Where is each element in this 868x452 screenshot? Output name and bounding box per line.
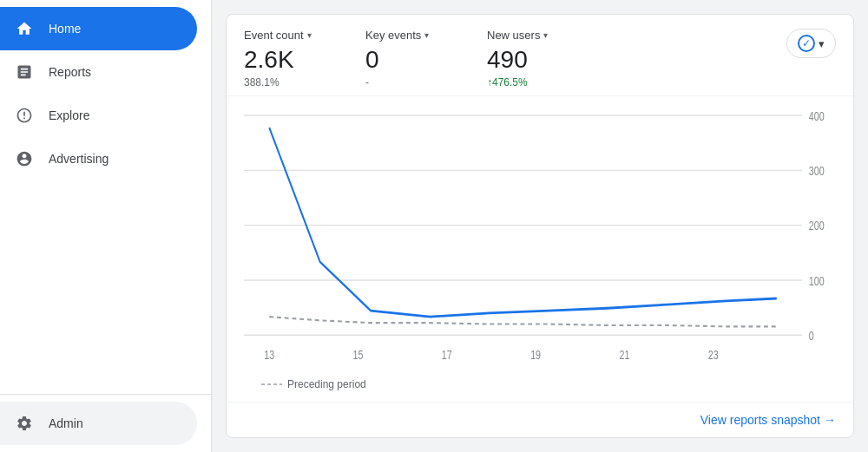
chart-svg-container: 400 300 200 100 0 13 15 17 19 21 23: [244, 103, 836, 371]
svg-text:0: 0: [809, 327, 814, 342]
reports-icon: [14, 62, 35, 82]
chart-footer: View reports snapshot →: [227, 402, 853, 437]
metric-event-count-label[interactable]: Event count ▾: [244, 29, 345, 42]
advertising-icon: [14, 148, 35, 169]
filter-check-icon: ✓: [798, 35, 815, 52]
sidebar-item-reports[interactable]: Reports: [0, 50, 197, 94]
filter-chevron-icon: ▾: [819, 37, 825, 50]
admin-icon: [14, 413, 35, 434]
chart-card: Event count ▾ 2.6K 388.1% Key events ▾ 0…: [226, 14, 854, 438]
metric-key-events-value: 0: [365, 45, 466, 75]
explore-icon: [14, 105, 35, 126]
chart-area: 400 300 200 100 0 13 15 17 19 21 23: [227, 96, 853, 402]
legend-dashed-line: [261, 380, 282, 389]
arrow-icon: →: [824, 413, 836, 427]
chart-legend: Preceding period: [244, 371, 836, 402]
svg-text:17: 17: [442, 347, 452, 362]
svg-text:21: 21: [619, 347, 629, 362]
sidebar-item-advertising[interactable]: Advertising: [0, 137, 197, 180]
view-reports-snapshot-link[interactable]: View reports snapshot →: [700, 413, 836, 427]
legend-preceding-period-label: Preceding period: [287, 378, 366, 390]
metric-event-count-value: 2.6K: [244, 45, 345, 75]
sidebar-item-label: Advertising: [49, 152, 108, 166]
sidebar-item-label: Home: [49, 22, 81, 36]
chevron-down-icon: ▾: [543, 30, 548, 40]
svg-text:19: 19: [530, 347, 541, 362]
sidebar-bottom: Admin: [0, 394, 211, 452]
svg-text:200: 200: [809, 218, 825, 233]
metric-key-events: Key events ▾ 0 -: [365, 29, 487, 88]
svg-text:23: 23: [708, 347, 719, 362]
svg-text:100: 100: [809, 272, 825, 287]
home-icon: [14, 18, 35, 39]
metric-new-users: New users ▾ 490 ↑476.5%: [487, 29, 608, 88]
sidebar-item-label: Reports: [49, 65, 91, 79]
main-content: Event count ▾ 2.6K 388.1% Key events ▾ 0…: [212, 0, 868, 452]
metric-new-users-label[interactable]: New users ▾: [487, 29, 588, 42]
chevron-down-icon: ▾: [307, 30, 312, 40]
metric-new-users-value: 490: [487, 45, 588, 75]
metrics-row: Event count ▾ 2.6K 388.1% Key events ▾ 0…: [227, 15, 853, 96]
metric-event-count: Event count ▾ 2.6K 388.1%: [244, 29, 365, 88]
sidebar-item-admin[interactable]: Admin: [0, 402, 197, 445]
chevron-down-icon: ▾: [424, 30, 429, 40]
sidebar-item-home[interactable]: Home: [0, 7, 197, 50]
sidebar-item-label: Explore: [49, 108, 89, 122]
svg-text:15: 15: [353, 347, 364, 362]
metric-event-count-change: 388.1%: [244, 76, 345, 88]
sidebar-item-label: Admin: [49, 416, 83, 430]
metric-key-events-change: -: [365, 76, 466, 88]
filter-button[interactable]: ✓ ▾: [786, 29, 836, 58]
svg-text:13: 13: [264, 347, 274, 362]
svg-text:400: 400: [809, 108, 825, 122]
sidebar: Home Reports Explore Advertising: [0, 0, 212, 452]
svg-text:300: 300: [809, 163, 825, 178]
sidebar-item-explore[interactable]: Explore: [0, 94, 197, 137]
metric-key-events-label[interactable]: Key events ▾: [365, 29, 466, 42]
sidebar-nav: Home Reports Explore Advertising: [0, 0, 211, 394]
metric-new-users-change: ↑476.5%: [487, 76, 588, 88]
chart-svg: 400 300 200 100 0 13 15 17 19 21 23: [244, 103, 836, 371]
